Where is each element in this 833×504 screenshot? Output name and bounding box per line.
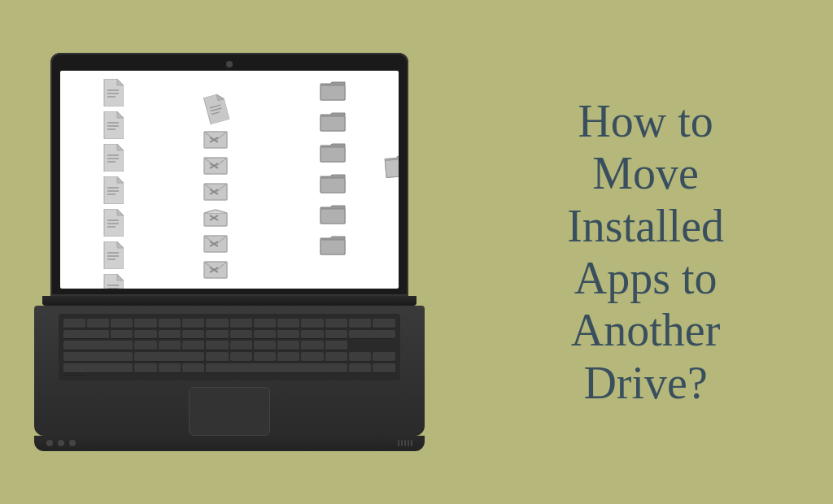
keyboard-key [87,319,109,328]
envelope-x-icon [203,131,228,152]
keyboard-key [301,341,323,350]
title-line-1: How to [578,96,713,146]
svg-rect-52 [321,85,345,100]
laptop-section [0,0,458,504]
svg-rect-55 [321,178,345,193]
laptop-base [34,306,425,436]
floating-folder-icon [382,150,398,182]
laptop-base-bottom [34,436,425,451]
keyboard-key [63,341,133,350]
keyboard-key [230,341,252,350]
envelope-x-icon [203,157,228,178]
keyboard-key [301,352,323,362]
svg-rect-56 [321,209,345,224]
file-icon [101,274,124,289]
folder-icon [319,233,347,259]
keyboard-key [111,319,133,328]
keyboard-key [182,319,204,328]
laptop-illustration [34,53,425,451]
trackpad-area [189,387,270,436]
file-icon [101,241,124,269]
keyboard-key [254,330,276,340]
keyboard-key [206,330,228,340]
keyboard-spacebar [206,363,347,373]
speaker-line [404,440,406,446]
keyboard-key [159,330,181,340]
envelope-x-icon [203,235,228,256]
keyboard-key [277,330,299,340]
laptop-hinge [42,296,416,306]
speaker-line [408,440,409,446]
keyboard-key [277,319,299,328]
laptop-keyboard [59,314,400,380]
keyboard-key [349,352,371,362]
envelope-x-icon [203,261,228,282]
keyboard-key [182,330,204,340]
keyboard-key [111,330,133,340]
keyboard-key [277,341,299,350]
folder-icon [319,141,347,167]
indicator-dot [69,440,76,446]
moving-files-column [163,79,268,280]
laptop-speaker [398,440,412,446]
keyboard-key [277,352,299,362]
keyboard-key [254,319,276,328]
file-icon [101,144,124,172]
keyboard-key [206,341,228,350]
keyboard-key [254,352,276,362]
keyboard-key [254,341,276,350]
speaker-line [401,440,403,446]
keyboard-key [63,363,133,373]
keyboard-key [159,341,181,350]
envelope-x-open-icon [203,209,228,230]
keyboard-key [182,363,204,373]
envelope-x-icon [203,183,228,204]
keyboard-key [63,319,85,328]
keyboard-key [301,319,323,328]
keyboard-key [349,363,371,373]
article-title: How to Move Installed Apps to Another Dr… [567,95,724,409]
keyboard-key [349,330,395,340]
folder-icon [319,79,347,105]
file-icon [101,111,124,139]
keyboard-key [63,375,85,376]
keyboard-key [349,319,371,328]
speaker-line [411,440,412,446]
file-icon [101,176,124,204]
title-section: How to Move Installed Apps to Another Dr… [458,0,833,504]
keyboard-key [325,330,347,340]
keyboard-key [182,341,204,350]
keyboard-key [325,319,347,328]
svg-rect-53 [321,116,345,131]
keyboard-key [63,330,110,340]
folder-icon [319,110,347,136]
laptop-screen [60,71,399,289]
title-line-2: Move [592,148,699,198]
keyboard-key [325,352,347,362]
keyboard-key [230,352,252,362]
keyboard-key [373,319,395,328]
keyboard-key [325,341,347,350]
keyboard-key [134,363,156,373]
indicator-dot [46,440,53,446]
speaker-line [398,440,399,446]
keyboard-key [230,319,252,328]
laptop-screen-wrapper [50,53,408,296]
title-line-6: Drive? [583,358,707,408]
file-icon [101,209,124,237]
folder-icon [319,202,347,228]
keyboard-key [159,319,181,328]
flying-file-icon [201,93,231,128]
keyboard-key [134,319,156,328]
keyboard-key [206,319,228,328]
laptop-trackpad [189,387,270,436]
keyboard-key [301,330,323,340]
keyboard-key [134,330,156,340]
title-line-5: Another [571,305,721,355]
keyboard-key [206,352,228,362]
keyboard-key [230,330,252,340]
svg-rect-58 [385,159,399,178]
file-icon [101,79,124,106]
keyboard-key [373,352,395,362]
svg-rect-57 [321,240,345,254]
